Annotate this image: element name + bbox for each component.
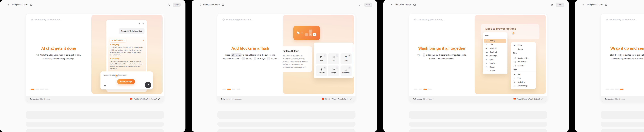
menu-item-todo-list[interactable]: To-do list (512, 64, 534, 68)
reddit-icon (130, 98, 132, 100)
chat-input-value[interactable]: Update it with the latest data (104, 74, 150, 76)
back-icon[interactable] (582, 4, 585, 6)
expand-icon[interactable] (541, 98, 543, 100)
slide-title: Workplace Culture (283, 50, 308, 52)
close-chat-icon[interactable] (142, 22, 144, 24)
source-link[interactable]: Reddit | What Is Work Culture? (134, 98, 157, 100)
skeleton-block (218, 111, 356, 118)
zoom-level-badge[interactable]: 100% (364, 3, 372, 7)
window-header: Workplace Culture 100% (0, 0, 186, 9)
arrow-down-key: ▼ (309, 33, 312, 36)
menu-item-caption[interactable]: TCaption (484, 61, 506, 65)
zoom-level-badge[interactable]: 100% (556, 3, 564, 7)
onboarding-subtext: Click the in the top bar to generate a p… (603, 53, 644, 60)
onboarding-step-dots[interactable] (222, 88, 240, 90)
lists-icon (332, 56, 335, 59)
menu-item-divider[interactable]: —Divider (512, 47, 534, 51)
skeleton-block (601, 129, 644, 132)
document-title[interactable]: Workplace Culture (203, 4, 220, 6)
account-icon[interactable] (550, 4, 554, 6)
onboarding-step-dots[interactable] (414, 88, 432, 90)
feature-preview-panel: Update it with the latest data Processin… (92, 15, 162, 94)
step-analyzing: Analyzing.. (110, 44, 144, 46)
menu-item-display[interactable]: HDisplay (484, 39, 506, 43)
document-title[interactable]: Workplace Culture (395, 4, 411, 6)
document-title[interactable]: Workplace Culture (586, 4, 603, 6)
onboarding-headline: Add blocks in a flash (218, 46, 283, 50)
block-type-menu: C Cards L Lists T T Text (314, 42, 354, 78)
menu-item-heading2[interactable]: H2Heading2 (484, 50, 506, 54)
references-bar[interactable]: References32 web pages Reddit | What Is … (409, 96, 547, 102)
expand-icon[interactable] (158, 98, 160, 100)
skeleton-block (409, 122, 547, 126)
expand-icon[interactable] (350, 98, 352, 100)
svg-text:2: 2 (514, 58, 514, 59)
menu-item-italic[interactable]: IItalic (512, 76, 534, 80)
feature-preview-panel: Type / to browse options Basic HDisplay … (475, 15, 546, 94)
chevron-down-icon[interactable]: ▾ (143, 40, 144, 41)
block-option-cards[interactable]: C Cards (316, 53, 327, 64)
attach-file-icon[interactable] (104, 85, 106, 87)
references-bar[interactable]: References32 web pages Reddit | What Is … (218, 96, 356, 102)
references-count: 32 web pages (40, 98, 50, 100)
onboarding-subtext: Press ⌘ + arrows to add a block next to … (220, 53, 281, 60)
slash-menu-more: 66Quote —Divider Lists 12Numbered list B… (511, 42, 536, 89)
onboarding-step-dots[interactable] (30, 88, 48, 90)
command-key-label: ⌘ + (297, 31, 303, 35)
menu-item-divider[interactable]: —Divider (484, 69, 506, 72)
app-window-share: Workplace Culture 100% Generating presen… (575, 0, 644, 132)
menu-item-bold[interactable]: BBold (512, 73, 534, 76)
references-bar[interactable]: References32 web pages Reddit | What Is … (26, 96, 164, 102)
menu-section-style: Style (511, 68, 536, 72)
menu-item-strikethrough[interactable]: TStrikethrough (512, 84, 534, 88)
menu-item-quote[interactable]: 66Quote (484, 65, 506, 69)
menu-item-body[interactable]: TBody (484, 58, 506, 61)
source-link[interactable]: Reddit | What Is Work Culture? (517, 98, 540, 100)
sparkle-icon (222, 18, 225, 21)
onboarding-headline: Slash brings it all together (409, 46, 475, 50)
arrow-right-key: ▶ (313, 33, 316, 36)
generating-status: Generating presentation... (222, 18, 253, 21)
menu-item-quote[interactable]: 66Quote (512, 44, 534, 47)
step-searching: Searching.. (110, 58, 144, 60)
back-icon[interactable] (199, 4, 202, 6)
block-option-elements[interactable]: E Elements (316, 66, 327, 76)
todo-checkbox-icon (513, 64, 516, 66)
send-button[interactable] (145, 82, 151, 88)
editor-card: Generating presentation... Wrap it up an… (601, 14, 644, 102)
menu-item-underline[interactable]: UUnderline (512, 80, 534, 84)
menu-item-bulleted-list[interactable]: Bulleted list (512, 60, 534, 64)
back-icon[interactable] (8, 4, 10, 6)
block-option-whiteboard[interactable]: W Whiteboard (340, 66, 352, 76)
menu-item-title[interactable]: HTitle (484, 43, 506, 46)
step-searching-text: I've found the latest data on the electr… (110, 60, 144, 70)
skeleton-block (26, 129, 164, 132)
cloud-saved-icon (222, 3, 224, 6)
references-bar[interactable]: References32 web pages Reddit | What Is … (601, 96, 644, 102)
block-option-lists[interactable]: L Lists (328, 53, 339, 64)
cursor-pointer (115, 74, 118, 78)
account-icon[interactable] (167, 4, 170, 6)
source-link[interactable]: Reddit | What Is Work Culture? (325, 98, 348, 100)
menu-item-heading3[interactable]: H3Heading3 (484, 54, 506, 58)
onboarding-step-dots[interactable] (606, 88, 624, 90)
user-chat-message: Update it with the latest data (119, 28, 144, 34)
menu-item-heading1[interactable]: H1Heading1 (484, 46, 506, 50)
document-title[interactable]: Workplace Culture (12, 4, 28, 6)
account-icon[interactable] (359, 4, 362, 6)
skeleton-block (218, 129, 356, 132)
cloud-saved-icon (30, 3, 33, 6)
onboarding-subtext: Ask AI chat to add pages, tweak blocks, … (28, 53, 90, 60)
zoom-level-badge[interactable]: 100% (173, 3, 180, 7)
back-icon[interactable] (391, 4, 393, 6)
menu-item-numbered-list[interactable]: 12Numbered list (512, 56, 534, 60)
block-option-image[interactable]: I Image (328, 66, 339, 76)
minimize-chat-icon[interactable] (138, 22, 140, 24)
elements-flower-icon (320, 68, 322, 71)
block-option-text[interactable]: T T Text (340, 53, 352, 64)
sparkle-icon (31, 18, 33, 21)
cursor-pointer (512, 31, 515, 35)
feature-preview-panel: ⌘ + ▲ ◀ ▼ ▶ Workplace Culture Creating a… (283, 15, 354, 94)
editor-card: Generating presentation... AI chat gets … (26, 14, 164, 102)
step-analyzing-text: I'll help you update the slide with the … (110, 46, 144, 56)
